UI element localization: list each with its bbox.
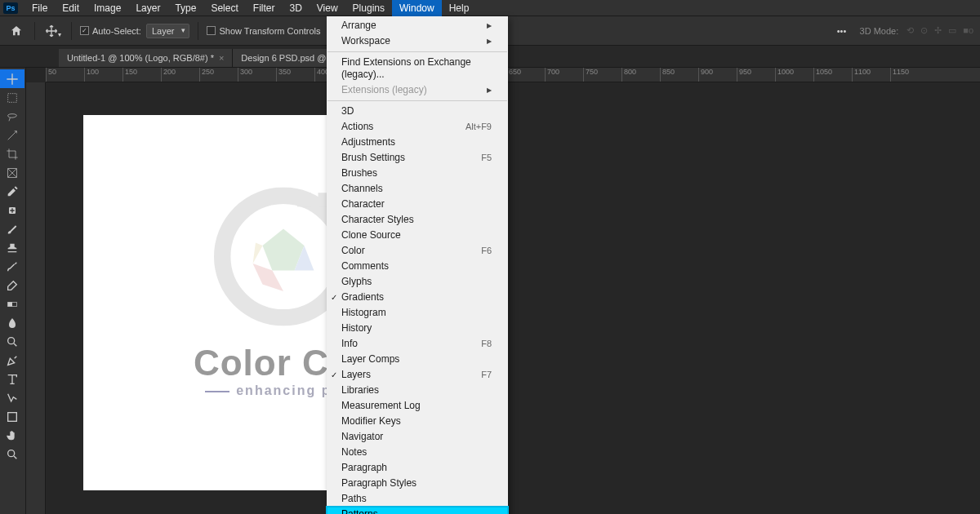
menu-item-color[interactable]: ColorF6 (327, 243, 508, 259)
three-d-icons: ⟲⊙✢▭■o (906, 25, 973, 36)
menubar-image[interactable]: Image (87, 0, 128, 16)
menu-item-character-styles[interactable]: Character Styles (327, 212, 508, 228)
menu-item-brush-settings[interactable]: Brush SettingsF5 (327, 150, 508, 166)
dodge-tool[interactable] (0, 332, 24, 351)
menu-item-layer-comps[interactable]: Layer Comps (327, 352, 508, 367)
menu-item-character[interactable]: Character (327, 197, 508, 212)
menu-item-paragraph-styles[interactable]: Paragraph Styles (327, 476, 508, 491)
menubar-plugins[interactable]: Plugins (345, 0, 392, 16)
marquee-tool[interactable] (0, 88, 24, 107)
menu-item-arrange[interactable]: Arrange▶ (327, 18, 508, 33)
hand-tool[interactable] (0, 426, 24, 445)
blur-tool[interactable] (0, 313, 24, 332)
menu-item-workspace[interactable]: Workspace▶ (327, 33, 508, 49)
menu-item-notes[interactable]: Notes (327, 445, 508, 460)
eyedropper-tool[interactable] (0, 182, 24, 201)
menu-item-3d[interactable]: 3D (327, 104, 508, 119)
menu-item-layers[interactable]: LayersF7 (327, 367, 508, 383)
menubar-help[interactable]: Help (442, 0, 477, 16)
menu-item-navigator[interactable]: Navigator (327, 429, 508, 445)
history-brush-tool[interactable] (0, 257, 24, 276)
home-icon[interactable] (7, 21, 26, 41)
document-tab[interactable]: Untitled-1 @ 100% (Logo, RGB/8#) *× (59, 49, 233, 67)
menu-item-find-extensions-on-exchange-legacy[interactable]: Find Extensions on Exchange (legacy)... (327, 55, 508, 82)
menu-item-paths[interactable]: Paths (327, 491, 508, 507)
wand-tool[interactable] (0, 126, 24, 144)
menubar-select[interactable]: Select (203, 0, 245, 16)
transform-label: Show Transform Controls (219, 26, 320, 36)
svg-rect-4 (8, 302, 12, 306)
menu-item-comments[interactable]: Comments (327, 259, 508, 274)
auto-select-checkbox[interactable]: ✓ (80, 26, 89, 35)
menu-item-histogram[interactable]: Histogram (327, 305, 508, 321)
transform-checkbox[interactable] (207, 26, 216, 35)
menubar-3d[interactable]: 3D (282, 0, 309, 16)
type-tool[interactable] (0, 370, 24, 388)
menu-separator (327, 100, 507, 101)
menu-item-measurement-log[interactable]: Measurement Log (327, 398, 508, 414)
auto-select-label: Auto-Select: (92, 26, 141, 36)
window-menu-dropdown: Arrange▶Workspace▶Find Extensions on Exc… (327, 16, 508, 514)
menu-item-actions[interactable]: ActionsAlt+F9 (327, 119, 508, 135)
tools-panel (0, 68, 26, 514)
brush-tool[interactable] (0, 219, 24, 238)
svg-rect-9 (297, 193, 311, 206)
svg-rect-6 (8, 412, 17, 421)
menu-item-gradients[interactable]: Gradients (327, 290, 508, 305)
menubar-view[interactable]: View (310, 0, 345, 16)
move-tool[interactable] (0, 69, 24, 88)
ruler-vertical (26, 82, 46, 514)
menu-item-libraries[interactable]: Libraries (327, 383, 508, 398)
stamp-tool[interactable] (0, 238, 24, 257)
ruler-horizontal: 5010015020025030035040045050055060065070… (46, 68, 980, 82)
menubar-type[interactable]: Type (167, 0, 203, 16)
frame-tool[interactable] (0, 163, 24, 182)
menu-item-paragraph[interactable]: Paragraph (327, 460, 508, 476)
three-d-mode-label: 3D Mode: (860, 26, 899, 36)
app-icon: Ps (3, 2, 18, 14)
menubar-edit[interactable]: Edit (55, 0, 87, 16)
menu-item-channels[interactable]: Channels (327, 181, 508, 197)
move-tool-icon[interactable]: ▾ (43, 21, 63, 41)
menu-item-glyphs[interactable]: Glyphs (327, 274, 508, 290)
svg-point-7 (8, 450, 15, 456)
menu-item-modifier-keys[interactable]: Modifier Keys (327, 414, 508, 429)
shape-tool[interactable] (0, 407, 24, 426)
crop-tool[interactable] (0, 144, 24, 163)
more-icon[interactable]: ••• (832, 21, 852, 41)
menu-item-info[interactable]: InfoF8 (327, 336, 508, 352)
close-icon[interactable]: × (219, 53, 224, 63)
menubar: Ps FileEditImageLayerTypeSelectFilter3DV… (0, 0, 980, 16)
lasso-tool[interactable] (0, 107, 24, 126)
menu-separator (327, 51, 507, 52)
menubar-file[interactable]: File (24, 0, 55, 16)
menu-item-history[interactable]: History (327, 321, 508, 336)
zoom-tool[interactable] (0, 445, 24, 463)
gradient-tool[interactable] (0, 295, 24, 313)
menu-item-adjustments[interactable]: Adjustments (327, 135, 508, 150)
menu-item-extensions-legacy: Extensions (legacy)▶ (327, 82, 508, 98)
menubar-layer[interactable]: Layer (128, 0, 167, 16)
path-tool[interactable] (0, 388, 24, 407)
menubar-filter[interactable]: Filter (246, 0, 283, 16)
healing-tool[interactable] (0, 201, 24, 219)
svg-point-5 (8, 337, 15, 343)
menu-item-patterns[interactable]: Patterns (327, 507, 508, 514)
pen-tool[interactable] (0, 351, 24, 370)
menubar-window[interactable]: Window (392, 0, 442, 16)
layer-select[interactable]: Layer (146, 24, 190, 38)
eraser-tool[interactable] (0, 276, 24, 295)
svg-rect-0 (8, 93, 17, 102)
menu-item-brushes[interactable]: Brushes (327, 166, 508, 181)
menu-item-clone-source[interactable]: Clone Source (327, 228, 508, 243)
